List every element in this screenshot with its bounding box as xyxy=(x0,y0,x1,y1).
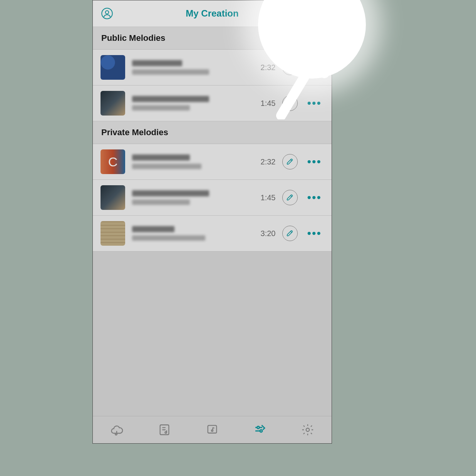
tab-editor[interactable] xyxy=(236,416,284,443)
editor-icon xyxy=(253,423,267,437)
svg-point-7 xyxy=(257,426,260,429)
svg-rect-5 xyxy=(208,426,217,433)
playlist-icon xyxy=(158,423,171,436)
pencil-icon xyxy=(286,194,294,201)
melody-title-blurred xyxy=(132,96,209,102)
pencil-icon xyxy=(286,64,294,71)
melody-thumbnail xyxy=(101,91,125,116)
add-button[interactable] xyxy=(312,8,323,19)
melody-subtitle-blurred xyxy=(132,199,190,205)
edit-button[interactable] xyxy=(282,154,298,169)
melodies-list[interactable]: Public Melodies2:32•••1:45•••Private Mel… xyxy=(93,27,332,251)
melody-row[interactable]: 1:45••• xyxy=(93,180,332,216)
melody-duration: 1:45 xyxy=(257,193,275,202)
melody-thumbnail: C xyxy=(101,149,125,174)
melody-title-blurred xyxy=(132,154,190,161)
more-button[interactable]: ••• xyxy=(305,196,324,199)
melody-meta xyxy=(132,154,250,169)
section-header: Private Melodies xyxy=(93,121,332,144)
edit-button[interactable] xyxy=(282,60,298,75)
settings-icon xyxy=(301,423,314,436)
melody-title-blurred xyxy=(132,60,182,66)
svg-point-9 xyxy=(306,428,310,432)
melody-row[interactable]: C2:32••• xyxy=(93,144,332,180)
plus-icon xyxy=(312,8,323,19)
tab-cloud[interactable] xyxy=(93,416,141,443)
tab-bar xyxy=(93,416,332,443)
melody-thumbnail xyxy=(101,185,125,210)
cloud-music-icon xyxy=(110,423,124,437)
melody-meta xyxy=(132,190,250,205)
pencil-icon xyxy=(286,158,294,166)
melody-meta xyxy=(132,226,250,241)
melody-row[interactable]: 1:45••• xyxy=(93,85,332,121)
pencil-icon xyxy=(286,230,294,237)
profile-icon xyxy=(101,8,113,19)
melody-row[interactable]: 3:20••• xyxy=(93,216,332,251)
section-header: Public Melodies xyxy=(93,27,332,50)
svg-point-0 xyxy=(102,8,112,19)
svg-point-1 xyxy=(106,11,109,14)
profile-button[interactable] xyxy=(101,8,113,19)
melody-duration: 1:45 xyxy=(257,99,275,108)
tab-note[interactable] xyxy=(188,416,236,443)
melody-thumbnail xyxy=(101,221,125,246)
melody-title-blurred xyxy=(132,226,174,232)
more-button[interactable]: ••• xyxy=(305,101,324,105)
melody-row[interactable]: 2:32••• xyxy=(93,50,332,85)
melody-subtitle-blurred xyxy=(132,105,190,111)
nav-bar: My Creation xyxy=(93,0,332,27)
melody-meta xyxy=(132,60,250,75)
melody-duration: 2:32 xyxy=(257,63,275,72)
more-button[interactable]: ••• xyxy=(305,65,324,69)
note-card-icon xyxy=(206,423,219,436)
pencil-icon xyxy=(286,99,294,107)
melody-duration: 2:32 xyxy=(257,158,275,166)
melody-meta xyxy=(132,96,250,111)
melody-subtitle-blurred xyxy=(132,69,209,75)
edit-button[interactable] xyxy=(282,226,298,241)
melody-thumbnail xyxy=(101,55,125,80)
melody-subtitle-blurred xyxy=(132,164,201,169)
melody-subtitle-blurred xyxy=(132,235,205,241)
melody-title-blurred xyxy=(132,190,209,196)
tab-playlist[interactable] xyxy=(141,416,188,443)
svg-point-8 xyxy=(260,430,262,432)
edit-button[interactable] xyxy=(282,96,298,111)
nav-title: My Creation xyxy=(93,8,332,19)
tab-settings[interactable] xyxy=(284,416,332,443)
more-button[interactable]: ••• xyxy=(305,160,324,164)
edit-button[interactable] xyxy=(282,190,298,205)
svg-point-6 xyxy=(211,430,213,431)
melody-duration: 3:20 xyxy=(257,229,275,238)
svg-point-2 xyxy=(115,433,117,435)
app-screen: My Creation Public Melodies2:32•••1:45••… xyxy=(92,0,332,444)
more-button[interactable]: ••• xyxy=(305,231,324,235)
